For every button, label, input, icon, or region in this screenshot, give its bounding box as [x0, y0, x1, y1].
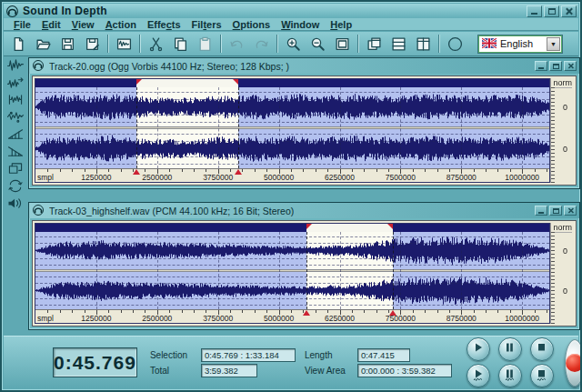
menu-item-file[interactable]: File	[9, 19, 35, 30]
channel-left[interactable]	[35, 87, 549, 126]
menu-item-filters[interactable]: Filters	[187, 19, 226, 30]
wave-frame: smpl125000025000003750000500000062500007…	[32, 220, 577, 327]
minimize-button[interactable]	[527, 5, 542, 17]
selection-marker[interactable]	[133, 169, 140, 175]
copy-button[interactable]	[169, 34, 192, 54]
wave-marker-tool-button[interactable]	[5, 110, 26, 126]
track-maximize-button[interactable]	[549, 61, 562, 71]
play-selection-button[interactable]	[467, 364, 490, 387]
pause-selection-button[interactable]	[498, 364, 522, 387]
ruler-tick	[364, 169, 365, 172]
channel-left[interactable]	[35, 232, 549, 269]
selection-boundary[interactable]	[306, 232, 307, 309]
menu-item-effects[interactable]: Effects	[143, 19, 186, 30]
save-as-button[interactable]	[81, 34, 104, 54]
cascade-windows-button[interactable]	[363, 34, 386, 54]
ruler-label: 1250000	[81, 173, 111, 182]
loop-tool-button[interactable]	[5, 179, 26, 195]
menu-item-window[interactable]: Window	[276, 19, 324, 30]
ruler-tick	[133, 310, 134, 313]
ruler-tick	[60, 310, 61, 313]
ruler-tick	[291, 169, 292, 172]
cut-icon	[148, 36, 164, 52]
menu-item-help[interactable]: Help	[326, 19, 356, 30]
play-button[interactable]	[467, 337, 490, 361]
fade-out-tool-button[interactable]	[5, 145, 26, 160]
speaker-tool-icon	[6, 196, 25, 213]
maximize-button[interactable]	[544, 5, 559, 17]
track-maximize-button[interactable]	[549, 206, 562, 216]
paste-icon	[197, 36, 213, 52]
close-icon	[567, 207, 573, 214]
wave-window-button[interactable]	[113, 34, 135, 54]
ruler-tick	[535, 310, 536, 313]
track-window-controls	[535, 61, 577, 71]
wave-arrow-tool-button[interactable]	[5, 75, 26, 91]
channels-container[interactable]	[35, 87, 549, 168]
menu-item-action[interactable]: Action	[101, 19, 141, 30]
new-button[interactable]	[7, 34, 30, 54]
ruler-tick	[425, 310, 426, 313]
ruler-label: 2500000	[142, 173, 172, 182]
track-minimize-button[interactable]	[535, 61, 547, 71]
amplitude-guide-line	[35, 134, 549, 135]
channel-right[interactable]	[35, 272, 549, 309]
ruler-tick	[303, 169, 304, 172]
language-dropdown-arrow-icon[interactable]: ▼	[547, 37, 560, 51]
ruler-tick	[376, 169, 377, 172]
selection-marker[interactable]	[235, 169, 242, 175]
loop-tool-icon	[6, 179, 25, 196]
ruler-tick	[255, 310, 256, 313]
track-title-bar[interactable]: Track-03_highshelf.wav (PCM 44.100 kHz; …	[29, 203, 579, 218]
toolbar-separator	[107, 35, 109, 53]
fade-in-tool-button[interactable]	[5, 127, 26, 143]
sample-ruler[interactable]: smpl125000025000003750000500000062500007…	[35, 168, 549, 182]
ruler-tick	[121, 310, 122, 313]
save-button[interactable]	[56, 34, 79, 54]
selection-boundary[interactable]	[136, 87, 137, 168]
zoom-out-button[interactable]	[306, 34, 329, 54]
zoom-in-button[interactable]	[282, 34, 305, 54]
wave-tool-button[interactable]	[5, 58, 26, 74]
zoom-out-icon	[310, 36, 326, 52]
selection-marker[interactable]	[303, 310, 310, 316]
menu-item-view[interactable]: View	[67, 19, 99, 30]
amplitude-guide-line	[35, 92, 549, 93]
track-close-button[interactable]	[564, 61, 577, 71]
open-icon	[35, 36, 51, 52]
help-button[interactable]: ?	[444, 34, 467, 54]
fit-window-button[interactable]	[331, 34, 354, 54]
tile-horizontal-button[interactable]	[387, 34, 410, 54]
selection-boundary[interactable]	[238, 87, 239, 168]
menu-item-edit[interactable]: Edit	[37, 19, 65, 30]
track-title-bar[interactable]: Track-20.ogg (Ogg Vorbis 44100 Hz; Stere…	[29, 58, 579, 74]
ruler-tick	[547, 310, 547, 313]
cut-button[interactable]	[145, 34, 167, 54]
selection-boundary[interactable]	[393, 232, 394, 309]
close-button[interactable]	[561, 5, 577, 17]
channel-right[interactable]	[35, 129, 549, 168]
ruler-tick	[425, 169, 426, 172]
waveform-area[interactable]: smpl125000025000003750000500000062500007…	[35, 78, 550, 183]
stop-selection-button[interactable]	[530, 364, 554, 387]
channels-container[interactable]	[35, 232, 549, 309]
sample-ruler[interactable]: smpl125000025000003750000500000062500007…	[35, 309, 549, 323]
language-select[interactable]: English▼	[478, 35, 562, 53]
track-minimize-button[interactable]	[535, 206, 547, 216]
title-bar[interactable]: Sound In Depth	[4, 4, 578, 18]
transport-bar: 0:45.769 Selection 0:45.769 : 1:33.184 L…	[4, 336, 578, 388]
track-close-button[interactable]	[564, 206, 577, 216]
record-button[interactable]	[565, 339, 582, 387]
tile-vertical-button[interactable]	[412, 34, 435, 54]
pause-button[interactable]	[498, 337, 522, 361]
grid-line	[522, 232, 523, 309]
speaker-tool-button[interactable]	[5, 196, 26, 212]
copy-window-tool-button[interactable]	[5, 162, 26, 177]
stop-button[interactable]	[530, 337, 554, 361]
selection-corner-marker	[387, 224, 393, 229]
waveform-area[interactable]: smpl125000025000003750000500000062500007…	[35, 223, 550, 324]
open-button[interactable]	[32, 34, 55, 54]
selection-marker[interactable]	[389, 310, 396, 316]
menu-item-options[interactable]: Options	[228, 19, 276, 30]
wave-band-tool-button[interactable]	[5, 93, 26, 108]
